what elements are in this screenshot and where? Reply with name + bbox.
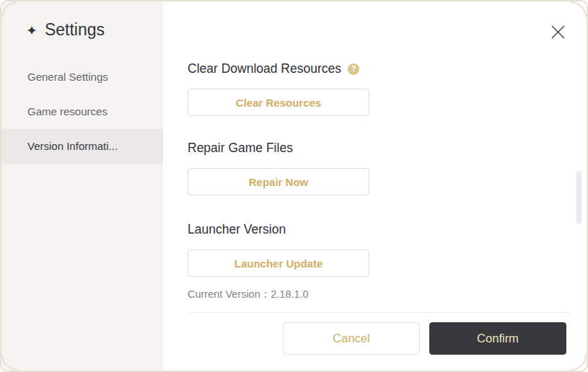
settings-dialog: ✦ Settings General Settings Game resourc…	[0, 0, 588, 372]
screenshot-stage: ✦ Settings General Settings Game resourc…	[0, 0, 588, 372]
section-heading-label: Clear Download Resources	[188, 61, 341, 77]
section-heading-clear-download-resources: Clear Download Resources ?	[188, 61, 587, 77]
main-content: Clear Download Resources ? Clear Resourc…	[163, 1, 587, 371]
sidebar-nav: General Settings Game resources Version …	[1, 60, 163, 164]
divider	[188, 312, 570, 313]
sidebar-item-general-settings[interactable]: General Settings	[1, 60, 163, 94]
scrollbar-thumb[interactable]	[576, 171, 582, 224]
launcher-update-button[interactable]: Launcher Update	[188, 249, 369, 277]
section-heading-label: Launcher Version	[188, 221, 286, 238]
page-title: ✦ Settings	[1, 1, 163, 40]
sidebar-item-version-information[interactable]: Version Informati...	[1, 129, 163, 164]
sidebar: ✦ Settings General Settings Game resourc…	[1, 1, 163, 371]
help-icon[interactable]: ?	[348, 63, 359, 75]
cancel-button[interactable]: Cancel	[283, 322, 420, 355]
current-version-text: Current Version：2.18.1.0	[188, 288, 587, 301]
confirm-button[interactable]: Confirm	[429, 322, 566, 355]
page-title-label: Settings	[45, 20, 105, 40]
section-heading-label: Repair Game Files	[188, 140, 293, 156]
clear-resources-button[interactable]: Clear Resources	[188, 89, 369, 116]
section-heading-repair-game-files: Repair Game Files	[188, 140, 587, 156]
repair-now-button[interactable]: Repair Now	[188, 168, 369, 195]
section-heading-launcher-version: Launcher Version	[188, 221, 587, 238]
sidebar-item-game-resources[interactable]: Game resources	[1, 94, 163, 129]
footer-actions: Cancel Confirm	[283, 322, 566, 355]
four-pointed-star-icon: ✦	[26, 24, 38, 37]
